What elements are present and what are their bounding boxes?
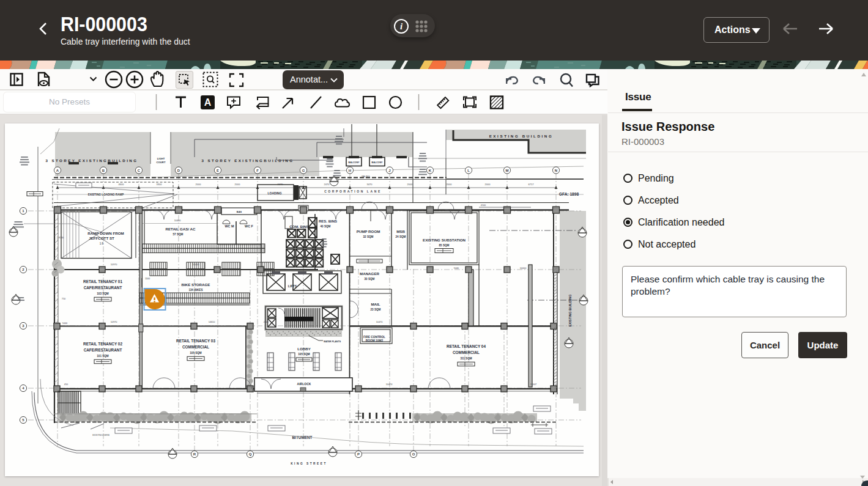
svg-text:EXISTING LOADING RAMP: EXISTING LOADING RAMP <box>88 193 124 196</box>
svg-text:10470: 10470 <box>376 321 383 323</box>
svg-text:MSB: MSB <box>396 229 405 234</box>
svg-text:8130: 8130 <box>59 237 64 239</box>
svg-text:2000: 2000 <box>407 183 414 186</box>
svg-text:K: K <box>429 169 432 172</box>
svg-text:PUMP ROOM: PUMP ROOM <box>357 229 380 234</box>
svg-text:EXISTING KERB: EXISTING KERB <box>92 434 109 436</box>
svg-text:2000: 2000 <box>485 183 491 186</box>
svg-text:R: R <box>193 452 196 456</box>
svg-text:AIRLOCK: AIRLOCK <box>297 382 311 386</box>
svg-text:WC M: WC M <box>225 224 234 228</box>
svg-text:EXISTING BUILDING: EXISTING BUILDING <box>489 134 554 138</box>
svg-text:3470: 3470 <box>367 183 373 186</box>
svg-text:24 SQM: 24 SQM <box>396 235 406 238</box>
svg-text:32 SQM: 32 SQM <box>363 235 374 238</box>
svg-text:COURT: COURT <box>157 161 166 164</box>
svg-text:85 SQM: 85 SQM <box>439 244 450 247</box>
svg-text:M: M <box>506 169 509 172</box>
svg-text:2000: 2000 <box>447 183 453 186</box>
svg-text:EXISTING SUBSTATION: EXISTING SUBSTATION <box>423 238 466 242</box>
svg-text:4600: 4600 <box>119 183 125 186</box>
svg-text:O: O <box>412 452 415 456</box>
svg-text:101 SQM: 101 SQM <box>97 355 109 358</box>
svg-text:LIGHT: LIGHT <box>157 157 165 160</box>
svg-text:RETAIL TENANCY 03: RETAIL TENANCY 03 <box>176 339 215 343</box>
svg-text:311 SQM: 311 SQM <box>460 357 472 360</box>
svg-text:2000: 2000 <box>196 183 202 186</box>
svg-text:11007: 11007 <box>530 383 536 386</box>
svg-text:103 SQM: 103 SQM <box>97 292 109 295</box>
svg-text:23 SQM: 23 SQM <box>371 308 381 311</box>
svg-text:9440: 9440 <box>454 267 459 270</box>
svg-text:10474: 10474 <box>386 383 393 386</box>
svg-text:J: J <box>388 169 390 172</box>
svg-text:B: B <box>102 169 105 172</box>
svg-text:MANAGER: MANAGER <box>360 271 379 276</box>
svg-text:GFA: 1898: GFA: 1898 <box>559 192 579 196</box>
svg-text:C: C <box>138 169 141 172</box>
svg-text:F: F <box>256 169 259 172</box>
svg-text:10970: 10970 <box>111 263 117 266</box>
svg-text:FIRE CONTROL: FIRE CONTROL <box>363 336 385 339</box>
svg-text:LOBBY: LOBBY <box>297 347 311 351</box>
svg-text:105 SQM: 105 SQM <box>190 352 202 355</box>
svg-text:MAIL: MAIL <box>371 302 380 306</box>
svg-text:105 SQM: 105 SQM <box>298 353 310 356</box>
svg-text:5000: 5000 <box>62 322 67 325</box>
svg-text:1:8: 1:8 <box>100 242 104 245</box>
svg-text:Q: Q <box>249 452 252 456</box>
svg-text:PALING: PALING <box>362 175 370 178</box>
svg-text:G: G <box>302 169 305 172</box>
svg-text:2470: 2470 <box>324 183 330 186</box>
svg-text:57 SQM: 57 SQM <box>173 233 184 236</box>
svg-text:BALCONY: BALCONY <box>349 161 360 164</box>
svg-text:LOADING: LOADING <box>267 191 281 195</box>
svg-text:10000: 10000 <box>520 267 527 270</box>
svg-text:KING STREET: KING STREET <box>291 462 327 465</box>
svg-text:4100: 4100 <box>481 204 486 207</box>
svg-text:2000: 2000 <box>235 183 241 186</box>
svg-text:RETAIL TENANCY 01: RETAIL TENANCY 01 <box>83 279 122 284</box>
svg-text:750: 750 <box>62 298 65 300</box>
svg-text:L: L <box>467 169 470 172</box>
svg-text:CAFE/RESTAURANT: CAFE/RESTAURANT <box>84 285 122 290</box>
svg-text:COMMERCIAL: COMMERCIAL <box>453 350 480 355</box>
svg-text:1100: 1100 <box>145 278 150 280</box>
svg-text:RES. BINS: RES. BINS <box>319 219 337 223</box>
svg-text:RAMP DOWN FROM: RAMP DOWN FROM <box>87 231 124 235</box>
svg-text:10970: 10970 <box>111 321 117 323</box>
svg-text:134 BIKES: 134 BIKES <box>189 289 203 292</box>
svg-text:450: 450 <box>64 383 68 386</box>
svg-text:JEFFCOTT ST: JEFFCOTT ST <box>89 236 114 240</box>
svg-text:CAFE/RESTAURANT: CAFE/RESTAURANT <box>84 348 122 352</box>
svg-text:30 SQM: 30 SQM <box>365 278 375 281</box>
svg-text:10400: 10400 <box>193 263 199 266</box>
svg-text:H: H <box>349 169 351 172</box>
svg-text:10400: 10400 <box>174 219 181 222</box>
svg-text:EXISTING BUILDING: EXISTING BUILDING <box>568 295 572 327</box>
svg-text:N: N <box>555 169 557 172</box>
svg-text:40 SQM: 40 SQM <box>321 225 331 228</box>
svg-text:3 STOREY EXISTINGBUILDING: 3 STOREY EXISTINGBUILDING <box>202 158 294 163</box>
svg-text:BALCONY: BALCONY <box>372 161 383 164</box>
svg-text:A: A <box>56 169 59 172</box>
svg-text:2400: 2400 <box>264 321 269 323</box>
svg-text:RETAIL GAS/ AC: RETAIL GAS/ AC <box>165 227 196 231</box>
svg-text:RETAIL TENANCY 02: RETAIL TENANCY 02 <box>83 342 122 346</box>
svg-text:COMMERCIAL: COMMERCIAL <box>182 345 209 349</box>
svg-text:LIFTS: LIFTS <box>288 284 297 288</box>
svg-text:ROOM 10M2: ROOM 10M2 <box>366 339 384 342</box>
svg-text:3300: 3300 <box>157 183 163 186</box>
svg-text:14610: 14610 <box>209 321 215 323</box>
svg-text:P: P <box>357 452 360 456</box>
svg-text:3 STOREY EXISTINGBUILDING: 3 STOREY EXISTINGBUILDING <box>46 158 138 163</box>
svg-text:RETAIL TENANCY 04: RETAIL TENANCY 04 <box>447 344 486 348</box>
svg-text:WC F: WC F <box>245 224 253 228</box>
svg-text:CORPORATION LANE: CORPORATION LANE <box>324 190 382 193</box>
svg-text:WATER PLANTS: WATER PLANTS <box>324 341 341 343</box>
svg-text:E: E <box>217 169 219 172</box>
svg-text:BIKE STORAGE: BIKE STORAGE <box>182 282 210 287</box>
svg-text:6717: 6717 <box>529 183 535 186</box>
svg-text:D: D <box>177 169 180 172</box>
svg-text:BAS: BAS <box>237 210 242 213</box>
